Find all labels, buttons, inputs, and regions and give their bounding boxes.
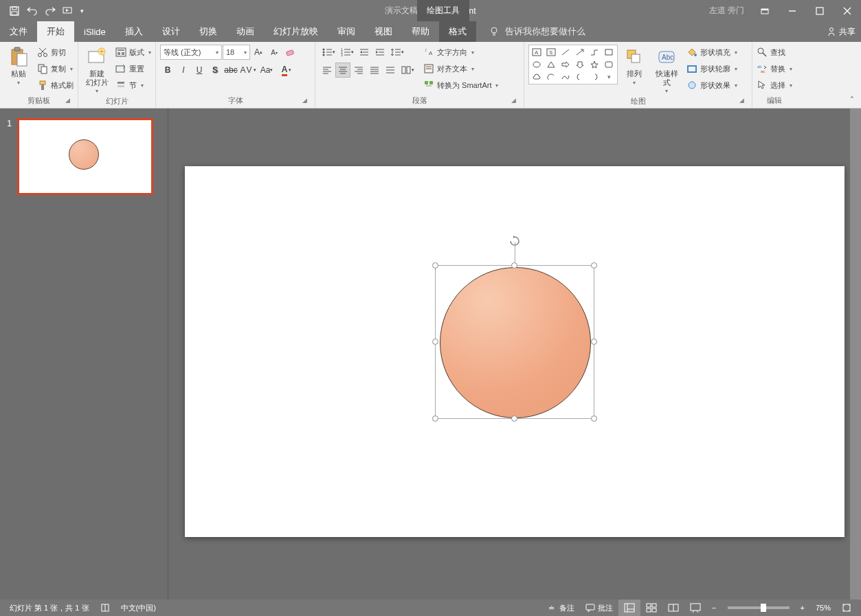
reading-view-button[interactable] bbox=[662, 600, 684, 616]
selection-box[interactable] bbox=[435, 265, 594, 419]
text-direction-button[interactable]: ↕A文字方向▾ bbox=[423, 45, 498, 60]
paragraph-launcher[interactable]: ◢ bbox=[508, 95, 518, 105]
align-left-button[interactable] bbox=[320, 62, 335, 78]
zoom-slider[interactable] bbox=[728, 606, 790, 609]
numbering-button[interactable]: 123▾ bbox=[338, 45, 356, 60]
close-button[interactable] bbox=[834, 0, 861, 21]
layout-button[interactable]: 版式▾ bbox=[115, 45, 151, 60]
shape-oval-icon[interactable] bbox=[530, 59, 543, 70]
cut-button[interactable]: 剪切 bbox=[37, 45, 74, 60]
tab-islide[interactable]: iSlide bbox=[74, 21, 115, 42]
collapse-ribbon-button[interactable]: ˄ bbox=[846, 94, 858, 106]
change-case-button[interactable]: Aa▾ bbox=[258, 62, 276, 78]
minimize-button[interactable] bbox=[779, 0, 806, 21]
tab-home[interactable]: 开始 bbox=[37, 21, 74, 42]
tab-view[interactable]: 视图 bbox=[365, 21, 402, 42]
font-launcher[interactable]: ◢ bbox=[300, 95, 309, 105]
shape-star-icon[interactable] bbox=[588, 59, 601, 70]
copy-button[interactable]: 复制▾ bbox=[37, 61, 74, 76]
italic-button[interactable]: I bbox=[176, 62, 191, 78]
rotation-handle[interactable] bbox=[508, 234, 522, 248]
shape-arc-icon[interactable] bbox=[545, 71, 557, 82]
convert-smartart-button[interactable]: 转换为 SmartArt▾ bbox=[423, 78, 498, 93]
tell-me[interactable]: 告诉我你想要做什么 bbox=[476, 21, 585, 42]
tab-design[interactable]: 设计 bbox=[153, 21, 190, 42]
shrink-font-button[interactable]: A▾ bbox=[267, 45, 282, 60]
font-size-combo[interactable]: 18▾ bbox=[223, 45, 250, 60]
shape-rect-icon[interactable] bbox=[603, 47, 615, 58]
tab-format[interactable]: 格式 bbox=[439, 21, 476, 42]
normal-view-button[interactable] bbox=[618, 600, 640, 616]
justify-button[interactable] bbox=[367, 62, 382, 78]
shape-rrect-icon[interactable] bbox=[603, 59, 615, 70]
shape-fill-button[interactable]: 形状填充▾ bbox=[686, 45, 737, 60]
shapes-gallery[interactable]: A ⇅ ▾ bbox=[528, 45, 618, 84]
notes-button[interactable]: ≐备注 bbox=[543, 600, 580, 616]
undo-button[interactable] bbox=[23, 2, 41, 20]
line-spacing-button[interactable]: ▾ bbox=[388, 45, 406, 60]
vertical-scrollbar[interactable] bbox=[850, 109, 861, 600]
shape-vtext-icon[interactable]: ⇅ bbox=[545, 47, 557, 58]
shape-brace-icon[interactable] bbox=[574, 71, 586, 82]
start-from-beginning-button[interactable] bbox=[59, 2, 77, 20]
shape-outline-button[interactable]: 形状轮廓▾ bbox=[686, 61, 737, 76]
shape-cloud-icon[interactable] bbox=[530, 71, 543, 82]
comments-button[interactable]: 批注 bbox=[580, 600, 618, 616]
columns-button[interactable]: ▾ bbox=[399, 62, 416, 78]
section-button[interactable]: 节▾ bbox=[115, 78, 151, 93]
shape-triangle-icon[interactable] bbox=[545, 59, 557, 70]
tab-slideshow[interactable]: 幻灯片放映 bbox=[264, 21, 328, 42]
bullets-button[interactable]: ▾ bbox=[320, 45, 337, 60]
fit-to-window-button[interactable] bbox=[836, 600, 857, 616]
char-spacing-button[interactable]: AV▾ bbox=[239, 62, 257, 78]
zoom-in-button[interactable]: + bbox=[795, 600, 810, 616]
new-slide-button[interactable]: 新建 幻灯片 ▾ bbox=[82, 45, 111, 95]
zoom-thumb[interactable] bbox=[761, 604, 766, 612]
status-language[interactable]: 中文(中国) bbox=[115, 600, 161, 616]
strikethrough-button[interactable]: abc bbox=[223, 62, 238, 78]
quick-styles-button[interactable]: Abc 快速样式▾ bbox=[651, 45, 682, 95]
user-name[interactable]: 左道 旁门 bbox=[709, 5, 744, 16]
font-name-combo[interactable]: 等线 (正文)▾ bbox=[160, 45, 222, 60]
decrease-indent-button[interactable] bbox=[357, 45, 372, 60]
slide-thumbnail-1[interactable] bbox=[17, 118, 153, 195]
clear-format-button[interactable] bbox=[282, 45, 298, 60]
share-button[interactable]: 共享 bbox=[827, 21, 856, 42]
paste-button[interactable]: 粘贴 ▾ bbox=[4, 45, 33, 87]
font-color-button[interactable]: A▾ bbox=[276, 62, 297, 78]
shape-rarrow-icon[interactable] bbox=[559, 59, 572, 70]
align-right-button[interactable] bbox=[351, 62, 366, 78]
slide-canvas-area[interactable] bbox=[168, 109, 861, 600]
slideshow-view-button[interactable] bbox=[684, 600, 706, 616]
shape-elbow-icon[interactable] bbox=[588, 47, 601, 58]
drawing-launcher[interactable]: ◢ bbox=[737, 95, 746, 105]
distribute-button[interactable] bbox=[383, 62, 398, 78]
align-text-button[interactable]: 对齐文本▾ bbox=[423, 61, 498, 76]
tab-animations[interactable]: 动画 bbox=[227, 21, 264, 42]
shape-brace2-icon[interactable] bbox=[588, 71, 601, 82]
format-painter-button[interactable]: 格式刷 bbox=[37, 78, 74, 93]
zoom-out-button[interactable]: − bbox=[706, 600, 722, 616]
shape-darrow-icon[interactable] bbox=[574, 59, 586, 70]
handle-bm[interactable] bbox=[511, 415, 517, 422]
handle-ml[interactable] bbox=[432, 339, 438, 345]
handle-tr[interactable] bbox=[591, 262, 597, 269]
reset-button[interactable]: 重置 bbox=[115, 61, 151, 76]
increase-indent-button[interactable] bbox=[372, 45, 388, 60]
tab-review[interactable]: 审阅 bbox=[328, 21, 365, 42]
tab-transitions[interactable]: 切换 bbox=[190, 21, 227, 42]
tab-file[interactable]: 文件 bbox=[0, 21, 37, 42]
find-button[interactable]: 查找 bbox=[757, 45, 792, 60]
slide[interactable] bbox=[185, 166, 845, 537]
redo-button[interactable] bbox=[41, 2, 59, 20]
grow-font-button[interactable]: A▴ bbox=[251, 45, 266, 60]
maximize-button[interactable] bbox=[806, 0, 834, 21]
save-button[interactable] bbox=[5, 2, 23, 20]
handle-bl[interactable] bbox=[432, 415, 438, 422]
handle-tl[interactable] bbox=[432, 262, 438, 269]
shadow-button[interactable]: S bbox=[208, 62, 223, 78]
qat-customize-button[interactable]: ▾ bbox=[77, 2, 87, 20]
arrange-button[interactable]: 排列▾ bbox=[622, 45, 647, 87]
status-slide-info[interactable]: 幻灯片 第 1 张，共 1 张 bbox=[4, 600, 95, 616]
shape-oval[interactable] bbox=[440, 267, 591, 418]
